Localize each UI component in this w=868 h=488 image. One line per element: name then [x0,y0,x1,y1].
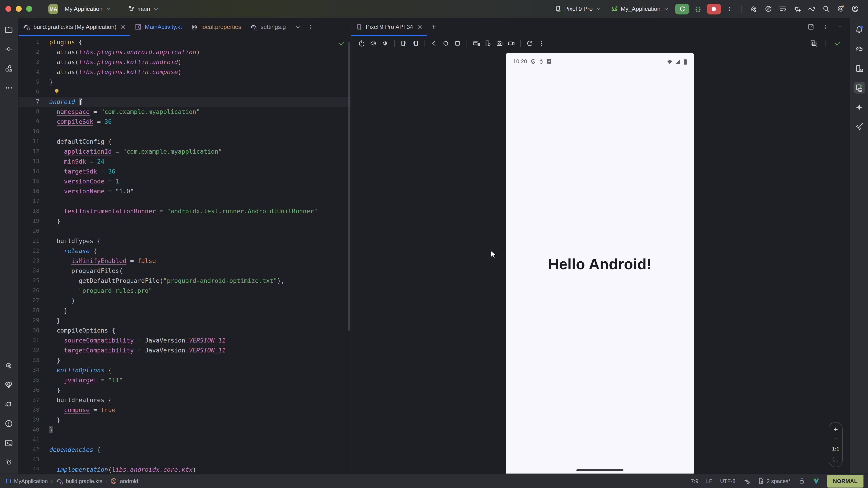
breadcrumb-item[interactable]: MyApplication [5,478,48,484]
bug-plus-icon[interactable] [790,2,804,15]
code-editor[interactable]: 1plugins {2 alias(libs.plugins.android.a… [19,36,351,473]
device-selector[interactable]: Pixel 9 Pro [551,4,605,14]
line-ending[interactable]: LF [706,478,712,484]
home-icon[interactable] [440,38,452,49]
more-horizontal-icon[interactable] [3,82,15,94]
code-line[interactable]: 17 [19,196,351,206]
zoom-window-button[interactable] [26,6,32,12]
screen-record-icon[interactable] [505,38,517,49]
navigation-handle[interactable] [577,469,623,471]
code-line[interactable]: 25 getDefaultProguardFile("proguard-andr… [19,275,351,286]
code-line[interactable]: 7android { [19,97,351,107]
screen-inspect-icon[interactable] [808,38,819,49]
device-manager-icon[interactable] [853,62,865,74]
device-settings-icon[interactable] [482,38,494,49]
code-line[interactable]: 13 minSdk = 24 [19,156,351,166]
folder-icon[interactable] [3,24,15,35]
branch-selector[interactable]: main [124,4,163,14]
code-line[interactable]: 12 applicationId = "com.example.myapplic… [19,147,351,156]
close-icon[interactable]: ✕ [416,23,423,31]
vim-icon[interactable] [813,478,819,484]
quickfix-bulb-icon[interactable] [54,88,60,95]
run-configuration-selector[interactable]: My_Application [607,3,673,14]
debug-button[interactable] [691,2,705,15]
file-encoding[interactable]: UTF-8 [720,478,736,484]
spark-icon[interactable] [853,101,865,113]
zoom-fit-button[interactable] [833,456,839,462]
code-line[interactable]: 38 compose = true [19,405,351,415]
power-icon[interactable] [356,38,368,49]
code-line[interactable]: 37 buildFeatures { [19,395,351,405]
device-screen[interactable]: 10:20 A Hello Android! [506,53,694,474]
editor-scrollbar[interactable] [348,41,350,331]
code-line[interactable]: 22 release { [19,246,351,256]
code-line[interactable]: 41 [19,435,351,445]
close-window-button[interactable] [5,6,11,12]
code-line[interactable]: 28 } [19,305,351,315]
code-line[interactable]: 31 sourceCompatibility = JavaVersion.VER… [19,335,351,345]
code-line[interactable]: 18 testInstrumentationRunner = "androidx… [19,206,351,216]
zoom-in-button[interactable]: + [833,427,838,432]
code-line[interactable]: 33 } [19,355,351,365]
code-line[interactable]: 30 compileOptions { [19,325,351,335]
rerun-button[interactable] [675,3,689,14]
code-line[interactable]: 16 versionName = "1.0" [19,186,351,196]
overview-icon[interactable] [452,38,463,49]
code-line[interactable]: 14 targetSdk = 36 [19,166,351,176]
code-line[interactable]: 1plugins { [19,37,351,47]
lock-open-icon[interactable] [798,478,805,484]
code-line[interactable]: 39 } [19,415,351,425]
code-line[interactable]: 35 jvmTarget = "11" [19,375,351,385]
gem-icon[interactable] [3,379,15,390]
rotate-left-icon[interactable] [398,38,410,49]
sync-a-icon[interactable]: A [761,2,775,15]
project-selector[interactable]: My Application [61,4,115,14]
code-line[interactable]: 2 alias(libs.plugins.android.application… [19,47,351,57]
kebab-icon[interactable] [536,38,548,49]
commit-icon[interactable] [3,43,15,55]
code-line[interactable]: 24 proguardFiles( [19,266,351,275]
vim-mode-badge[interactable]: NORMAL [827,475,864,487]
problems-icon[interactable] [3,418,15,429]
hammer-icon[interactable] [3,359,15,371]
code-line[interactable]: 40} [19,425,351,435]
code-line[interactable]: 5} [19,77,351,87]
zoom-out-button[interactable]: − [833,437,838,442]
code-line[interactable]: 21 buildTypes { [19,236,351,246]
more-actions-kebab-icon[interactable] [723,2,737,15]
indent-setting[interactable]: 2 spaces* [758,478,790,484]
code-line[interactable]: 8 namespace = "com.example.myapplication… [19,107,351,117]
code-line[interactable]: 6 [19,87,351,97]
settings-gear-icon[interactable] [834,2,847,15]
hide-panel-icon[interactable] [837,24,844,30]
code-line[interactable]: 3 alias(libs.plugins.kotlin.android) [19,57,351,67]
stop-button[interactable] [707,3,721,14]
running-devices-icon[interactable] [853,82,865,94]
open-in-new-window-icon[interactable] [807,24,814,30]
back-icon[interactable] [428,38,440,49]
code-line[interactable]: 15 versionCode = 1 [19,176,351,186]
hidden-tabs-chevron-icon[interactable] [295,24,301,30]
code-line[interactable]: 9 compileSdk = 36 [19,117,351,127]
code-line[interactable]: 29 } [19,315,351,325]
code-line[interactable]: 4 alias(libs.plugins.kotlin.compose) [19,67,351,77]
editor-tab[interactable]: MainActivity.kt [130,18,186,36]
editor-tab[interactable]: build.gradle.kts (My Application)✕ [19,18,130,36]
code-line[interactable]: 43 [19,455,351,464]
avatar-icon[interactable] [848,2,862,15]
close-icon[interactable]: ✕ [120,23,126,31]
tab-options-kebab-icon[interactable] [307,24,314,30]
code-line[interactable]: 32 targetCompatibility = JavaVersion.VER… [19,345,351,355]
airplane-icon[interactable] [853,121,865,132]
gradle-elephant-icon[interactable] [853,43,865,55]
breadcrumb-item[interactable]: android [111,478,138,484]
structure-icon[interactable] [3,62,15,74]
git-branch-icon[interactable] [3,456,15,468]
camera-icon[interactable] [494,38,505,49]
code-line[interactable]: 10 [19,127,351,136]
terminal-icon[interactable] [3,437,15,449]
panel-options-kebab-icon[interactable] [822,24,829,30]
breadcrumb-item[interactable]: build.gradle.kts [56,477,102,485]
device-tab[interactable]: Pixel 9 Pro API 34 ✕ [351,18,427,36]
code-line[interactable]: 20 [19,226,351,236]
